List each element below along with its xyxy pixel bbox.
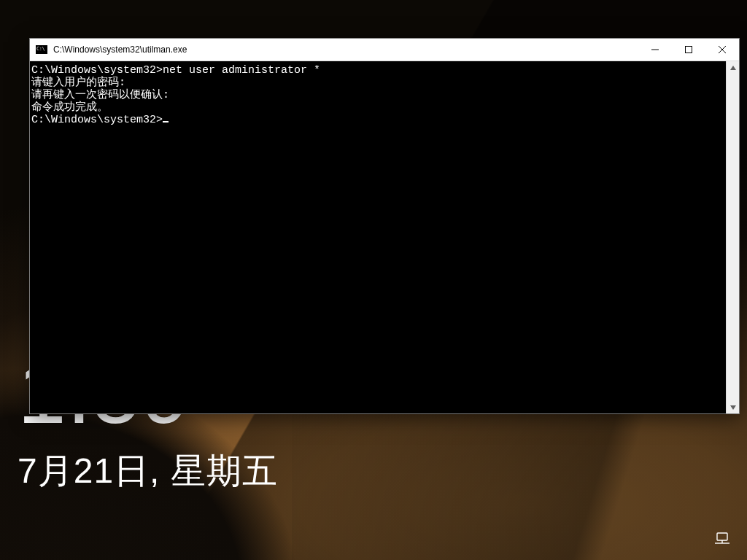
terminal-line: 请键入用户的密码:	[31, 77, 724, 89]
terminal-line: 请再键入一次密码以便确认:	[31, 89, 724, 101]
minimize-button[interactable]	[638, 39, 672, 61]
titlebar-controls	[638, 39, 739, 61]
scroll-down-button[interactable]	[727, 401, 739, 413]
terminal-line: C:\Windows\system32>net user administrat…	[31, 64, 724, 77]
terminal-body-wrap: C:\Windows\system32>net user administrat…	[30, 61, 739, 413]
prompt: C:\Windows\system32>	[31, 114, 163, 126]
entered-command: net user administrator *	[163, 64, 320, 77]
maximize-button[interactable]	[672, 39, 705, 61]
scroll-track[interactable]	[727, 74, 739, 401]
svg-rect-0	[717, 533, 727, 540]
svg-marker-7	[730, 66, 736, 70]
window-title: C:\Windows\system32\utilman.exe	[53, 44, 187, 55]
titlebar-left: C:\Windows\system32\utilman.exe	[30, 44, 187, 55]
vertical-scrollbar[interactable]	[726, 61, 739, 413]
scroll-up-button[interactable]	[727, 61, 739, 74]
prompt: C:\Windows\system32>	[31, 64, 163, 77]
lock-screen-desktop: 1:59 7月21日, 星期五 C:\Windows\system32\util…	[0, 0, 747, 560]
terminal-line: 命令成功完成。	[31, 101, 724, 114]
network-icon[interactable]	[715, 532, 731, 545]
titlebar[interactable]: C:\Windows\system32\utilman.exe	[30, 39, 739, 61]
svg-rect-4	[686, 47, 692, 53]
cursor-icon	[163, 121, 169, 122]
svg-marker-8	[730, 405, 736, 410]
terminal-prompt-line: C:\Windows\system32>	[31, 114, 724, 126]
command-prompt-window[interactable]: C:\Windows\system32\utilman.exe C:\Windo…	[29, 38, 740, 414]
terminal-output[interactable]: C:\Windows\system32>net user administrat…	[30, 61, 726, 413]
app-icon	[36, 45, 47, 54]
close-button[interactable]	[705, 39, 739, 61]
lockscreen-date: 7月21日, 星期五	[18, 448, 278, 494]
